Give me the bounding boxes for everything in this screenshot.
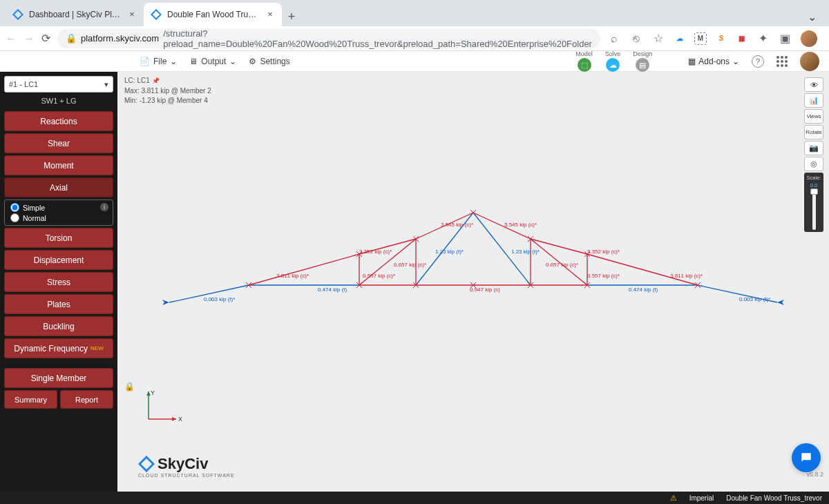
lock-view-icon[interactable]: 🔒 bbox=[124, 382, 135, 391]
report-button[interactable]: Report bbox=[60, 390, 113, 409]
svg-line-27 bbox=[470, 282, 476, 288]
force-label: 3.811 kip (c)* bbox=[670, 273, 703, 279]
help-icon[interactable]: ? bbox=[752, 55, 764, 68]
load-combo-select[interactable]: #1 - LC1 ▾ bbox=[4, 76, 113, 93]
view-controls: 👁 📊 Views Rotate 📷 ◎ Scale: 0.0 bbox=[804, 77, 823, 232]
force-label: 0.947 kip (c) bbox=[470, 287, 500, 293]
new-tab-button[interactable]: + bbox=[282, 7, 301, 26]
back-icon[interactable]: ← bbox=[6, 32, 17, 46]
summary-button[interactable]: Summary bbox=[4, 390, 57, 409]
browser-tab[interactable]: Double Fan Wood Truss_trevor × bbox=[144, 3, 282, 26]
force-label: 3.352 kip (c)* bbox=[587, 249, 620, 255]
dynamic-frequency-button[interactable]: Dynamic Frequency bbox=[4, 338, 113, 358]
chat-icon[interactable] bbox=[792, 443, 821, 472]
lock-icon: 🔒 bbox=[66, 33, 77, 43]
stress-button[interactable]: Stress bbox=[4, 272, 113, 292]
svg-line-22 bbox=[356, 282, 362, 288]
svg-line-10 bbox=[531, 239, 587, 254]
radio-normal[interactable]: Normal bbox=[10, 213, 107, 222]
chevron-down-icon[interactable]: ⌄ bbox=[805, 8, 819, 26]
svg-line-20 bbox=[246, 282, 251, 288]
warning-icon[interactable]: ⚠ bbox=[670, 494, 677, 503]
apps-grid-icon[interactable] bbox=[776, 56, 788, 67]
truss-diagram: 3.545 kip (c)*3.545 kip (c)*3.352 kip (c… bbox=[117, 72, 829, 492]
menu-icon[interactable]: ⋮ bbox=[826, 32, 829, 46]
svg-line-21 bbox=[246, 282, 251, 288]
force-label: 3.545 kip (c)* bbox=[441, 222, 473, 228]
addons-button[interactable]: ▦ Add-ons ⌄ bbox=[688, 57, 739, 66]
views-button[interactable]: Views bbox=[804, 109, 823, 124]
pin-icon[interactable]: 📌 bbox=[152, 77, 160, 86]
info-icon[interactable]: i bbox=[100, 203, 108, 211]
extension-icon[interactable]: M bbox=[694, 32, 707, 45]
svg-line-8 bbox=[416, 213, 473, 239]
design-toggle[interactable]: Design▤ bbox=[633, 50, 652, 72]
svg-line-40 bbox=[528, 236, 533, 242]
svg-line-6 bbox=[249, 254, 359, 285]
menu-file[interactable]: 📄 File ⌄ bbox=[140, 57, 177, 66]
search-icon[interactable]: ⌕ bbox=[607, 32, 621, 46]
displacement-button[interactable]: Displacement bbox=[4, 250, 113, 270]
star-icon[interactable]: ☆ bbox=[651, 32, 665, 46]
svg-line-29 bbox=[528, 282, 533, 288]
target-icon[interactable]: ◎ bbox=[804, 157, 823, 171]
svg-text:Y: Y bbox=[151, 389, 155, 396]
reactions-button[interactable]: Reactions bbox=[4, 111, 113, 131]
svg-line-17 bbox=[473, 213, 531, 285]
url-path: /structural?preload_name=Double%20Fan%20… bbox=[163, 28, 592, 49]
force-label: 0.003 kip (t)* bbox=[739, 296, 770, 302]
force-label: 0.557 kip (c)* bbox=[587, 273, 620, 279]
status-units[interactable]: Imperial bbox=[689, 494, 714, 502]
viewport-canvas[interactable]: LC: LC1 📌 Max: 3.811 kip @ Member 2 Min:… bbox=[117, 72, 829, 492]
visibility-icon[interactable]: 👁 bbox=[804, 77, 823, 92]
avatar[interactable] bbox=[800, 52, 819, 71]
solve-toggle[interactable]: Solve☁ bbox=[605, 50, 621, 72]
svg-line-9 bbox=[473, 213, 531, 239]
force-label: 0.657 kip (c)* bbox=[546, 262, 578, 268]
plates-button[interactable]: Plates bbox=[4, 294, 113, 314]
status-project[interactable]: Double Fan Wood Truss_trevor bbox=[726, 494, 822, 502]
side-panel-icon[interactable]: ▣ bbox=[779, 32, 792, 46]
extension-icon[interactable]: S bbox=[715, 32, 727, 45]
reload-icon[interactable]: ⟳ bbox=[41, 32, 50, 46]
extensions-icon[interactable]: ✦ bbox=[756, 32, 770, 46]
scale-track[interactable] bbox=[812, 190, 816, 230]
svg-line-31 bbox=[584, 282, 590, 288]
rotate-button[interactable]: Rotate bbox=[804, 125, 823, 139]
model-toggle[interactable]: Model⬚ bbox=[575, 50, 593, 72]
extension-icon[interactable]: ☁ bbox=[674, 32, 686, 45]
svg-line-38 bbox=[470, 210, 476, 215]
shear-button[interactable]: Shear bbox=[4, 133, 113, 153]
axial-button[interactable]: Axial bbox=[4, 177, 113, 197]
forward-icon[interactable]: → bbox=[23, 32, 35, 46]
moment-button[interactable]: Moment bbox=[4, 155, 113, 175]
menu-settings[interactable]: ⚙ Settings bbox=[249, 57, 289, 66]
radio-simple[interactable]: Simple bbox=[10, 203, 107, 212]
svg-line-43 bbox=[584, 251, 590, 257]
tab-title: Dashboard | SkyCiv Platform bbox=[29, 10, 122, 19]
scale-thumb[interactable] bbox=[810, 188, 818, 195]
close-icon[interactable]: × bbox=[127, 10, 137, 19]
url-host: platform.skyciv.com bbox=[81, 33, 159, 43]
torsion-button[interactable]: Torsion bbox=[4, 228, 113, 248]
force-label: 0.474 kip (t) bbox=[318, 287, 347, 293]
avatar[interactable] bbox=[801, 30, 817, 47]
skyciv-favicon-icon bbox=[12, 9, 23, 20]
chart-icon[interactable]: 📊 bbox=[804, 93, 823, 108]
svg-marker-45 bbox=[172, 417, 176, 421]
buckling-button[interactable]: Buckling bbox=[4, 316, 113, 336]
camera-icon[interactable]: 📷 bbox=[804, 141, 823, 155]
menu-output[interactable]: 🖥 Output ⌄ bbox=[189, 57, 236, 66]
url-input[interactable]: 🔒 platform.skyciv.com/structural?preload… bbox=[57, 29, 600, 48]
main-layout: #1 - LC1 ▾ SW1 + LG Reactions Shear Mome… bbox=[0, 72, 829, 492]
svg-line-37 bbox=[413, 236, 419, 242]
close-icon[interactable]: × bbox=[265, 10, 275, 19]
share-icon[interactable]: ⎋ bbox=[629, 32, 643, 46]
extension-icon[interactable]: ▦ bbox=[736, 32, 748, 45]
browser-tab[interactable]: Dashboard | SkyCiv Platform × bbox=[6, 3, 144, 26]
svg-line-19 bbox=[531, 239, 587, 285]
svg-line-11 bbox=[587, 254, 698, 285]
svg-line-18 bbox=[359, 239, 416, 285]
single-member-button[interactable]: Single Member bbox=[4, 368, 113, 388]
svg-line-7 bbox=[359, 239, 416, 254]
